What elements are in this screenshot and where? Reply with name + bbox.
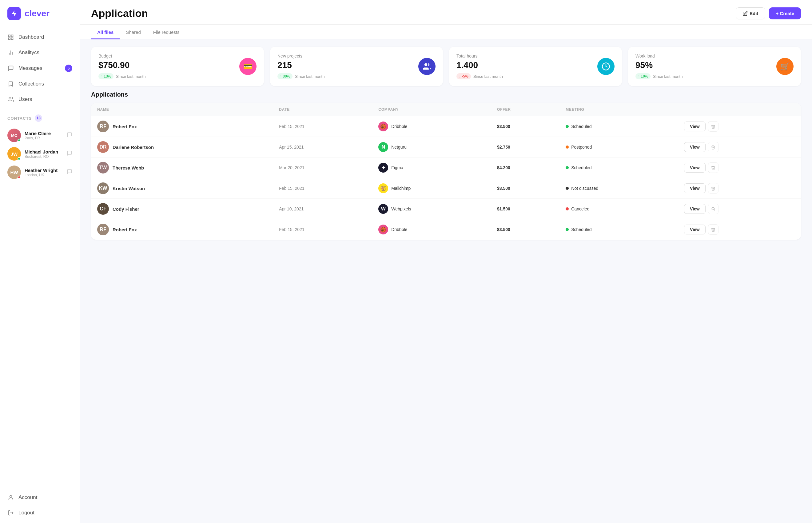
stat-value: 95% <box>635 60 683 70</box>
contact-name: Michael Jordan <box>24 149 63 155</box>
delete-button[interactable] <box>708 142 719 152</box>
meeting-status: Not discussed <box>571 186 598 191</box>
avatar: MC <box>7 129 21 142</box>
sidebar-item-label: Users <box>18 96 32 103</box>
company-logo: N <box>378 142 388 152</box>
messages-badge: 6 <box>65 65 72 72</box>
contact-name: Marie Claire <box>24 131 63 136</box>
person-name: Kristin Watson <box>113 186 145 191</box>
stat-badge: ↑ 10% <box>635 73 650 79</box>
bar-chart-icon <box>7 49 14 56</box>
stat-icon-projects <box>418 58 436 75</box>
sidebar-item-collections[interactable]: Collections <box>0 76 80 92</box>
sidebar-item-label: Analitycs <box>18 50 39 56</box>
sidebar-item-account[interactable]: Account <box>0 490 80 505</box>
view-button[interactable]: View <box>684 183 706 193</box>
sidebar-item-users[interactable]: Users <box>0 92 80 107</box>
col-date: DATE <box>273 103 372 116</box>
delete-button[interactable] <box>708 224 719 235</box>
table-row: DR Darlene Robertson Apr 15, 2021 N Netg… <box>91 137 801 158</box>
company-cell: 🏀 Dribbble <box>378 224 485 234</box>
sidebar-item-dashboard[interactable]: Dashboard <box>0 30 80 45</box>
sidebar-item-label: Dashboard <box>18 34 44 40</box>
date-cell: Apr 10, 2021 <box>273 199 372 219</box>
meeting-status: Scheduled <box>571 165 591 170</box>
stat-icon-budget: 💳 <box>239 58 257 75</box>
table-row: TW Theresa Webb Mar 20, 2021 ✦ Figma $4.… <box>91 158 801 178</box>
meeting-dot <box>566 187 569 190</box>
sidebar-item-messages[interactable]: Messages 6 <box>0 60 80 76</box>
view-button[interactable]: View <box>684 122 706 131</box>
status-dot <box>18 139 21 142</box>
logout-icon <box>7 509 14 516</box>
svg-rect-2 <box>8 38 11 40</box>
action-cell: View <box>684 183 795 194</box>
delete-button[interactable] <box>708 183 719 194</box>
stat-card-workload: Work load 95% ↑ 10% Since last month 🛒 <box>628 47 801 86</box>
meeting-dot <box>566 145 569 149</box>
contact-message-icon[interactable] <box>67 169 72 176</box>
logo-text: clever <box>24 8 50 18</box>
col-name: NAME <box>91 103 273 116</box>
name-cell: TW Theresa Webb <box>97 162 267 174</box>
stat-value: $750.90 <box>98 60 146 70</box>
create-button[interactable]: + Create <box>769 7 801 19</box>
company-name: Netguru <box>391 145 407 149</box>
company-name: Dribbble <box>391 227 407 232</box>
table-row: CF Cody Fisher Apr 10, 2021 W Webpixels … <box>91 199 801 219</box>
company-logo: W <box>378 204 388 214</box>
sidebar-item-analytics[interactable]: Analitycs <box>0 45 80 60</box>
contact-item[interactable]: MC Marie Claire Paris, FR <box>7 126 72 145</box>
view-button[interactable]: View <box>684 163 706 173</box>
meeting-cell: Canceled <box>566 206 672 211</box>
meeting-cell: Not discussed <box>566 186 672 191</box>
tab-file-requests[interactable]: File requests <box>147 24 186 39</box>
view-button[interactable]: View <box>684 204 706 214</box>
action-cell: View <box>684 162 795 173</box>
view-button[interactable]: View <box>684 224 706 234</box>
applications-table: NAME DATE COMPANY OFFER MEETING RF Rober… <box>91 103 801 240</box>
meeting-dot <box>566 125 569 128</box>
offer-cell: $4.200 <box>491 158 559 178</box>
tab-all-files[interactable]: All files <box>91 24 119 39</box>
delete-button[interactable] <box>708 204 719 214</box>
contact-item[interactable]: JW Michael Jordan Bucharest, RO <box>7 145 72 163</box>
date-cell: Feb 15, 2021 <box>273 178 372 199</box>
meeting-cell: Scheduled <box>566 124 672 129</box>
delete-button[interactable] <box>708 162 719 173</box>
page-title: Application <box>91 7 148 19</box>
table-header-row: NAME DATE COMPANY OFFER MEETING <box>91 103 801 116</box>
stat-icon-hours <box>597 58 614 75</box>
avatar: JW <box>7 147 21 161</box>
message-icon <box>7 65 14 72</box>
status-dot <box>18 176 21 179</box>
contact-location: Bucharest, RO <box>24 155 63 159</box>
contact-item[interactable]: HW Heather Wright London, UK <box>7 163 72 181</box>
meeting-dot <box>566 166 569 169</box>
tab-shared[interactable]: Shared <box>119 24 147 39</box>
contact-message-icon[interactable] <box>67 132 72 139</box>
svg-rect-0 <box>8 35 11 37</box>
person-name: Darlene Robertson <box>113 145 154 150</box>
view-button[interactable]: View <box>684 142 706 152</box>
edit-button[interactable]: Edit <box>736 7 765 19</box>
company-name: Figma <box>391 165 403 170</box>
svg-point-10 <box>424 64 427 66</box>
stat-card-budget: Budget $750.90 ↑ 13% Since last month 💳 <box>91 47 264 86</box>
avatar: TW <box>97 162 109 174</box>
meeting-dot <box>566 228 569 231</box>
sidebar-item-logout[interactable]: Logout <box>0 505 80 521</box>
company-cell: W Webpixels <box>378 204 485 214</box>
contact-message-icon[interactable] <box>67 150 72 157</box>
company-cell: N Netguru <box>378 142 485 152</box>
delete-button[interactable] <box>708 121 719 132</box>
stat-label: Total hours <box>457 54 503 58</box>
meeting-cell: Scheduled <box>566 165 672 170</box>
company-logo: 🐒 <box>378 183 388 193</box>
person-name: Robert Fox <box>113 227 137 232</box>
stat-since: Since last month <box>473 74 503 79</box>
contacts-section: CONTACTS 13 MC Marie Claire Paris, FR JW… <box>0 109 80 184</box>
stat-badge: ↓ -5% <box>457 73 471 79</box>
applications-section: Applications NAME DATE COMPANY OFFER MEE… <box>80 91 812 247</box>
stat-label: Budget <box>98 54 146 58</box>
